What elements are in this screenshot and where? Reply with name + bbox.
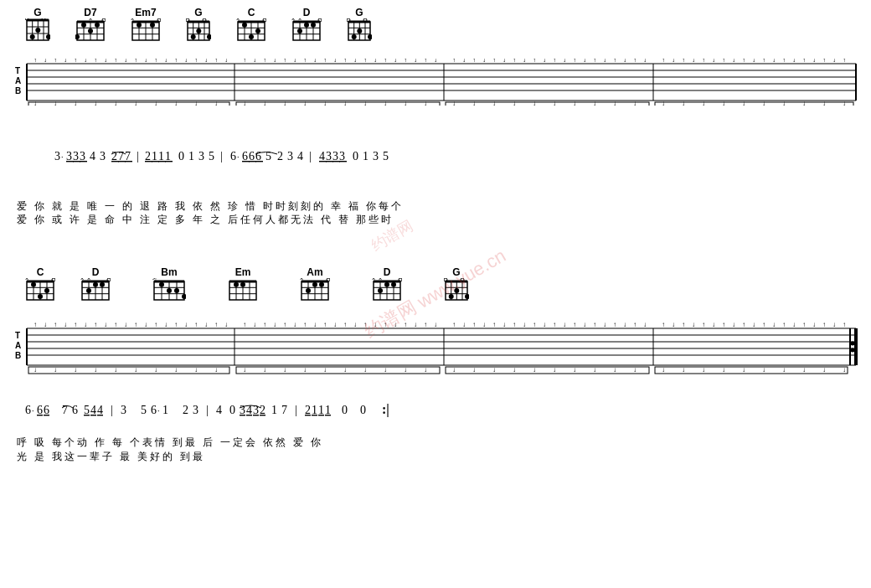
svg-text:0: 0: [178, 150, 186, 162]
lyrics-2b: 光 是 我这一辈子 最 美好的 到最: [17, 451, 205, 462]
svg-point-22: [75, 34, 80, 39]
svg-text:↓: ↓: [273, 322, 276, 328]
chord-name-Am: Am: [307, 266, 322, 278]
svg-point-340: [465, 294, 469, 299]
svg-text:↓: ↓: [374, 322, 377, 328]
svg-text:↓: ↓: [224, 59, 228, 64]
svg-text:↑: ↑: [34, 59, 37, 64]
svg-text:↑: ↑: [243, 322, 246, 328]
svg-text:↓: ↓: [523, 322, 526, 328]
svg-text:↑: ↑: [702, 322, 705, 328]
svg-text:↑: ↑: [323, 59, 327, 64]
svg-point-293: [167, 288, 172, 293]
svg-text:3: 3: [100, 150, 107, 162]
svg-text:↓: ↓: [434, 322, 437, 328]
svg-text:↑: ↑: [593, 322, 596, 328]
svg-text:2: 2: [305, 404, 311, 416]
svg-text:↓: ↓: [144, 322, 147, 328]
svg-text:↓: ↓: [772, 59, 776, 64]
svg-point-56: [255, 28, 260, 34]
lyrics-row-2a: 呼 吸 每个动 作 每 个表情 到最 后 一定会 依然 爱 你: [17, 436, 854, 450]
chord-D-2: D × ×: [80, 266, 111, 302]
svg-text:↑: ↑: [263, 59, 266, 64]
chord-name-Bm: Bm: [161, 266, 177, 278]
svg-rect-479: [28, 367, 229, 374]
chord-diagram-C2: ×: [25, 278, 55, 302]
svg-text:↓: ↓: [603, 59, 606, 64]
svg-point-19: [81, 23, 86, 28]
svg-text:↑: ↑: [214, 322, 218, 328]
svg-text:↑: ↑: [424, 59, 427, 64]
svg-rect-481: [446, 367, 649, 374]
svg-text:↑: ↑: [54, 59, 57, 64]
svg-text:↓: ↓: [563, 322, 566, 328]
svg-point-55: [242, 23, 247, 28]
svg-text:6: 6: [72, 404, 78, 416]
svg-text:↑: ↑: [613, 59, 616, 64]
chord-name-D3: D: [384, 266, 391, 278]
svg-text:↑: ↑: [243, 59, 246, 64]
svg-point-45: [207, 34, 211, 39]
svg-text:↓: ↓: [84, 322, 87, 328]
svg-text:3: 3: [240, 404, 245, 416]
svg-text:↑: ↑: [263, 322, 266, 328]
svg-text:1: 1: [363, 150, 370, 162]
svg-text:↓: ↓: [144, 59, 147, 64]
svg-text:·: ·: [237, 152, 241, 162]
chord-name-G3: G: [355, 7, 363, 18]
svg-text:↓: ↓: [204, 322, 208, 328]
svg-text:↓: ↓: [204, 59, 208, 64]
svg-text:↓: ↓: [313, 322, 317, 328]
svg-text:↑: ↑: [492, 59, 496, 64]
svg-text:↑: ↑: [384, 322, 387, 328]
svg-text:↓: ↓: [752, 322, 755, 328]
svg-text:0: 0: [360, 404, 366, 416]
svg-text:·: ·: [61, 152, 65, 162]
svg-text:↑: ↑: [194, 322, 198, 328]
chord-name-G4: G: [452, 266, 460, 278]
lyrics-row-1b: 爱 你 或 许 是 命 中 注 定 多 年 之 后任何人都无法 代 替 那些时: [17, 213, 854, 227]
svg-text:↑: ↑: [154, 59, 157, 64]
svg-text:↓: ↓: [414, 59, 417, 64]
svg-text:↑: ↑: [742, 59, 745, 64]
svg-text:A: A: [15, 341, 21, 350]
svg-text:↑: ↑: [843, 322, 846, 328]
svg-text:↑: ↑: [214, 59, 218, 64]
svg-text:↑: ↑: [343, 59, 347, 64]
svg-text:↓: ↓: [672, 59, 675, 64]
svg-text:↓: ↓: [482, 322, 486, 328]
svg-text:↑: ↑: [822, 59, 826, 64]
svg-text:↑: ↑: [553, 322, 556, 328]
svg-text:↓: ↓: [84, 59, 87, 64]
svg-text:↑: ↑: [533, 59, 536, 64]
svg-text:↑: ↑: [404, 322, 407, 328]
svg-text:↓: ↓: [792, 322, 796, 328]
svg-point-315: [306, 288, 311, 293]
svg-text:↑: ↑: [593, 59, 596, 64]
svg-text:↓: ↓: [603, 322, 606, 328]
svg-text:B: B: [15, 86, 21, 95]
svg-text:×: ×: [25, 278, 29, 282]
svg-text:↑: ↑: [363, 322, 367, 328]
svg-text:↑: ↑: [533, 322, 536, 328]
svg-text:↑: ↑: [682, 59, 685, 64]
chord-D-3: D × ×: [372, 266, 402, 302]
svg-text:↓: ↓: [124, 322, 127, 328]
svg-text:↑: ↑: [802, 322, 806, 328]
chord-D7: D7 ×: [75, 7, 106, 45]
svg-text:↓: ↓: [812, 59, 816, 64]
svg-text:↓: ↓: [353, 59, 357, 64]
svg-text:↑: ↑: [762, 59, 765, 64]
svg-point-21: [88, 28, 93, 34]
svg-point-57: [249, 34, 254, 39]
svg-text:↑: ↑: [94, 322, 97, 328]
svg-point-8: [35, 28, 40, 33]
svg-text:↑: ↑: [662, 59, 665, 64]
svg-text:↑: ↑: [384, 59, 387, 64]
svg-point-269: [38, 294, 43, 299]
svg-text:5: 5: [383, 150, 390, 162]
chord-diagram-D1: × ×: [291, 18, 322, 42]
svg-text:6: 6: [37, 404, 43, 416]
svg-text:↑: ↑: [424, 322, 427, 328]
svg-text:↑: ↑: [662, 322, 665, 328]
